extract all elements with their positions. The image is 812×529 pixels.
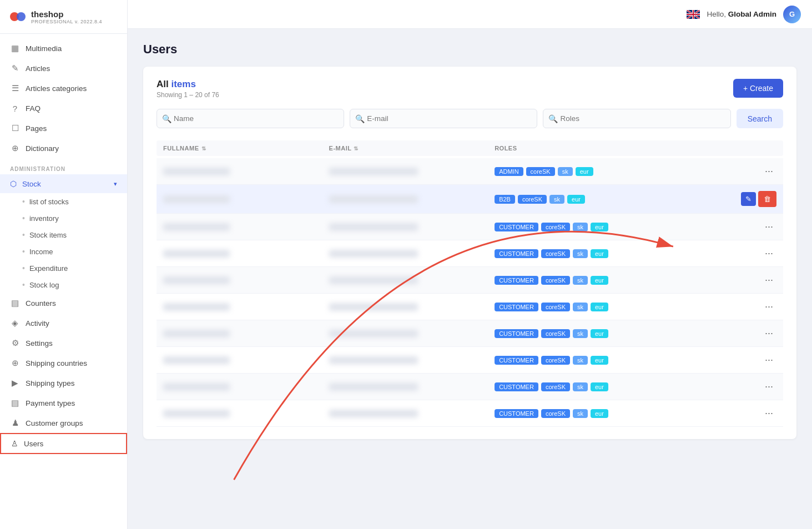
svg-rect-10 <box>687 14 700 15</box>
table-row: CUSTOMER coreSK sk eur ··· <box>157 347 783 374</box>
role-badge-coresk: coreSK <box>541 356 570 365</box>
role-badge-coresk: coreSK <box>541 382 570 391</box>
create-button[interactable]: + Create <box>733 79 783 98</box>
content-area: Users All items Showing 1 – 20 of 76 + C… <box>128 29 812 529</box>
sidebar-item-shipping-types[interactable]: ▶ Shipping types <box>0 373 127 393</box>
cell-name <box>163 195 329 203</box>
row-actions-button[interactable]: ··· <box>761 246 776 260</box>
table-row: CUSTOMER coreSK sk eur ··· <box>157 267 783 294</box>
role-badge-sk: sk <box>573 249 588 258</box>
language-flag[interactable] <box>687 10 700 19</box>
sidebar-item-faq[interactable]: ? FAQ <box>0 98 127 118</box>
cell-name <box>163 168 329 175</box>
sidebar-item-stock[interactable]: ⬡ Stock ▾ <box>0 174 127 193</box>
role-badge-eur: eur <box>591 276 608 285</box>
content-card: All items Showing 1 – 20 of 76 + Create … <box>143 67 796 439</box>
sidebar-item-pages[interactable]: ☐ Pages <box>0 118 127 138</box>
sidebar-item-activity[interactable]: ◈ Activity <box>0 313 127 333</box>
table-row: CUSTOMER coreSK sk eur ··· <box>157 240 783 267</box>
cell-name <box>163 410 329 417</box>
sidebar-item-dictionary[interactable]: ⊕ Dictionary <box>0 138 127 158</box>
search-row: 🔍 🔍 🔍 Search <box>157 109 783 128</box>
sidebar-item-articles[interactable]: ✎ Articles <box>0 58 127 78</box>
search-button[interactable]: Search <box>737 109 783 128</box>
cell-actions: ··· <box>743 220 776 234</box>
cell-name <box>163 276 329 284</box>
article-icon: ✎ <box>10 63 20 73</box>
row-actions-button[interactable]: ··· <box>761 164 776 178</box>
sidebar-item-inventory[interactable]: inventory <box>22 210 127 226</box>
edit-button[interactable]: ✎ <box>741 192 756 206</box>
sidebar-nav: ▦ Multimedia ✎ Articles ☰ Articles categ… <box>0 34 127 529</box>
email-search-input[interactable] <box>350 109 537 128</box>
uk-flag-icon <box>687 10 700 19</box>
sidebar-item-articles-categories[interactable]: ☰ Articles categories <box>0 78 127 98</box>
role-badge-sk: sk <box>573 382 588 391</box>
cell-email <box>329 223 495 231</box>
globe-icon: ⊕ <box>10 358 20 368</box>
sidebar-item-customer-groups[interactable]: ♟ Customer groups <box>0 413 127 433</box>
page-icon: ☐ <box>10 123 20 133</box>
sidebar-item-shipping-countries[interactable]: ⊕ Shipping countries <box>0 353 127 373</box>
payment-icon: ▤ <box>10 398 20 408</box>
cell-email <box>329 168 495 175</box>
role-badge-sk: sk <box>573 223 588 231</box>
cell-email <box>329 356 495 364</box>
cell-actions: ✎ 🗑 <box>743 191 776 207</box>
row-actions-button[interactable]: ··· <box>761 353 776 367</box>
row-actions-button[interactable]: ··· <box>761 380 776 394</box>
sidebar-item-expenditure[interactable]: Expenditure <box>22 260 127 276</box>
search-name-icon: 🔍 <box>162 114 172 123</box>
cell-email <box>329 250 495 258</box>
sidebar-item-settings[interactable]: ⚙ Settings <box>0 333 127 353</box>
svg-point-1 <box>17 12 26 21</box>
sidebar-item-users[interactable]: ♙ Users <box>0 433 127 454</box>
role-badge-sk: sk <box>573 276 588 285</box>
cell-name <box>163 250 329 258</box>
row-actions-button[interactable]: ··· <box>761 406 776 420</box>
sidebar-item-payment-types[interactable]: ▤ Payment types <box>0 393 127 413</box>
role-badge-eur: eur <box>591 223 608 231</box>
sidebar-item-list-of-stocks[interactable]: list of stocks <box>22 193 127 210</box>
role-badge-customer: CUSTOMER <box>495 329 538 338</box>
role-badge-eur: eur <box>567 195 585 204</box>
role-badge-b2b: B2B <box>495 195 515 204</box>
sort-email-icon[interactable]: ⇅ <box>354 145 359 152</box>
col-fullname: FULLNAME ⇅ <box>163 145 329 152</box>
sidebar-item-income[interactable]: Income <box>22 243 127 260</box>
main-area: Hello, Global Admin G Users All items Sh… <box>128 0 812 529</box>
sidebar-item-multimedia[interactable]: ▦ Multimedia <box>0 38 127 58</box>
row-actions-button[interactable]: ··· <box>761 273 776 287</box>
sidebar-item-counters[interactable]: ▤ Counters <box>0 293 127 313</box>
cell-email <box>329 276 495 284</box>
list-icon: ☰ <box>10 83 20 93</box>
table-row: CUSTOMER coreSK sk eur ··· <box>157 294 783 320</box>
sort-fullname-icon[interactable]: ⇅ <box>201 145 206 152</box>
row-actions-button[interactable]: ··· <box>761 326 776 340</box>
table-row: CUSTOMER coreSK sk eur ··· <box>157 400 783 427</box>
role-badge-eur: eur <box>591 249 608 258</box>
avatar[interactable]: G <box>783 6 801 23</box>
sidebar-item-stock-log[interactable]: Stock log <box>22 276 127 293</box>
row-actions-button[interactable]: ··· <box>761 300 776 314</box>
delete-button[interactable]: 🗑 <box>758 191 776 207</box>
role-badge-coresk: coreSK <box>541 249 570 258</box>
role-badge-coresk: coreSK <box>541 329 570 338</box>
role-badge-customer: CUSTOMER <box>495 303 538 311</box>
roles-search-input[interactable] <box>543 109 730 128</box>
role-badge-coresk: coreSK <box>541 276 570 285</box>
role-badge-eur: eur <box>591 329 608 338</box>
cell-email <box>329 195 495 203</box>
cell-actions: ··· <box>743 326 776 340</box>
role-badge-eur: eur <box>591 303 608 311</box>
table-row: B2B coreSK sk eur ✎ 🗑 <box>157 185 783 214</box>
items-count: Showing 1 – 20 of 76 <box>157 91 219 99</box>
cell-roles: CUSTOMER coreSK sk eur <box>495 329 743 338</box>
sidebar-item-stock-items[interactable]: Stock items <box>22 226 127 243</box>
app-edition: PROFESSIONAL v. 2022.8.4 <box>31 19 102 24</box>
name-search-input[interactable] <box>157 109 344 128</box>
cell-name <box>163 356 329 364</box>
role-badge-coresk: coreSK <box>541 303 570 311</box>
row-actions-button[interactable]: ··· <box>761 220 776 234</box>
search-email-icon: 🔍 <box>355 114 365 123</box>
